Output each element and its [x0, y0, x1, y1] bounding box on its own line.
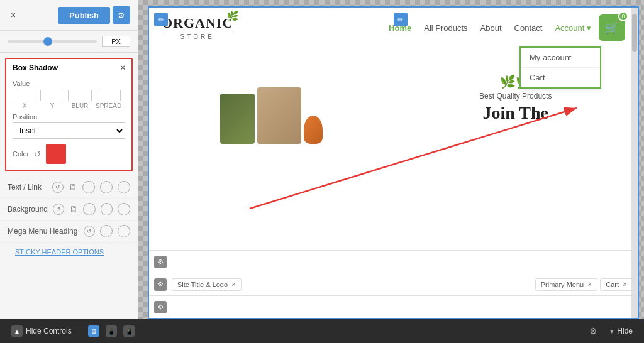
edit-icon-top[interactable]: ✏ [154, 13, 168, 26]
nav-item-contact[interactable]: Contact [514, 23, 543, 33]
primary-menu-remove[interactable]: × [587, 280, 592, 289]
toolbar-right: ⚙ ▾ Hide [586, 324, 636, 339]
slider-thumb[interactable] [43, 37, 52, 46]
hide-chevron-icon: ▾ [610, 327, 614, 335]
mobile-icon[interactable]: 📱 [123, 325, 135, 337]
y-label: Y [50, 102, 55, 109]
scroll-bar[interactable] [631, 8, 638, 318]
nav-link-about[interactable]: About [480, 23, 502, 33]
blur-input-group: 10 BLUR [68, 90, 92, 109]
background-monitor-icon[interactable]: 🖥 [69, 204, 78, 214]
blur-input[interactable]: 10 [68, 90, 92, 101]
hide-btn[interactable]: ▾ Hide [606, 324, 636, 338]
sidebar: × Publish ⚙ Box Shadow × [0, 0, 138, 319]
site-title-logo-tag: Site Title & Logo × [172, 278, 242, 291]
text-link-option1-icon[interactable] [82, 181, 95, 193]
device-icons: 🖥 📱 📱 [88, 325, 135, 337]
nav-item-account[interactable]: Account ▾ [555, 23, 591, 33]
logo-text: ORGANIC [162, 15, 233, 31]
hero-title: Join The [482, 103, 548, 123]
logo-wrapper: ORGANIC 🌿 [162, 15, 233, 31]
nav-link-products[interactable]: All Products [424, 23, 467, 33]
builder-row-2: ⚙ Site Title & Logo × Primary Menu × [149, 273, 638, 295]
px-input[interactable] [102, 36, 130, 47]
text-link-option3-icon[interactable] [118, 181, 130, 193]
nav-link-account[interactable]: Account ▾ [555, 23, 591, 33]
site-preview: ✏ ✏ ORGANIC 🌿 STORE Home All Products [148, 6, 639, 319]
settings-toolbar-icon: ⚙ [589, 326, 597, 336]
edit-icon-section[interactable]: ✏ [394, 13, 408, 26]
row-1-gear-icon[interactable]: ⚙ [154, 256, 167, 268]
row-3-gear-icon[interactable]: ⚙ [154, 301, 167, 313]
nav-item-products[interactable]: All Products [424, 23, 467, 33]
cart-label: Cart [606, 281, 619, 288]
color-swatch[interactable] [46, 144, 66, 164]
color-label: Color [13, 150, 29, 158]
spread-input[interactable]: -2 [97, 90, 121, 101]
hide-controls-label: Hide Controls [26, 327, 72, 335]
mega-menu-option1-icon[interactable] [100, 225, 113, 237]
nav-link-contact[interactable]: Contact [514, 23, 543, 33]
x-input[interactable]: 0 [13, 90, 36, 101]
background-option1-icon[interactable] [83, 203, 96, 215]
text-link-option2-icon[interactable] [100, 181, 113, 193]
primary-menu-tag: Primary Menu × [535, 278, 597, 291]
slider-track[interactable] [8, 40, 97, 43]
builder-row-1: ⚙ [149, 250, 638, 273]
position-select[interactable]: Inset Outset [13, 122, 125, 139]
tablet-icon[interactable]: 📱 [106, 325, 117, 337]
text-link-monitor-icon[interactable]: 🖥 [69, 182, 77, 192]
logo-leaf-icon: 🌿 [226, 10, 239, 22]
settings-toolbar-btn[interactable]: ⚙ [586, 324, 601, 339]
cart-remove[interactable]: × [623, 280, 627, 289]
bag-orange [304, 116, 323, 144]
background-reset-icon[interactable]: ↺ [53, 204, 64, 215]
scroll-thumb[interactable] [632, 14, 637, 52]
cart-icon[interactable]: 🛒 0 [599, 14, 625, 41]
close-button[interactable]: × [8, 9, 19, 21]
settings-button[interactable]: ⚙ [113, 6, 130, 24]
mega-menu-option2-icon[interactable] [118, 225, 130, 237]
value-label: Value [13, 80, 125, 87]
account-dropdown: My account Cart [519, 46, 601, 89]
bottom-toolbar: ▲ Hide Controls 🖥 📱 📱 ⚙ ▾ Hide [0, 319, 644, 343]
text-link-reset-icon[interactable]: ↺ [52, 182, 64, 193]
sticky-header-row: STICKY HEADER OPTIONS [0, 242, 138, 260]
publish-button[interactable]: Publish [58, 7, 110, 24]
x-label: X [23, 102, 27, 109]
box-shadow-close[interactable]: × [120, 63, 125, 72]
text-link-label: Text / Link [8, 183, 47, 192]
mega-menu-reset-icon[interactable]: ↺ [84, 226, 95, 237]
mega-menu-label: Mega Menu Heading [8, 227, 79, 236]
color-row: Color ↺ [13, 144, 125, 164]
row-2-gear-icon[interactable]: ⚙ [154, 278, 167, 291]
logo-sub: STORE [162, 33, 233, 40]
value-inputs: 0 X 5 Y 10 BLUR -2 SPREA [13, 90, 125, 109]
y-input-group: 5 Y [40, 90, 64, 109]
dropdown-item-cart[interactable]: Cart [521, 68, 600, 87]
box-shadow-panel: Box Shadow × Value 0 X 5 Y [5, 58, 133, 172]
nav-item-about[interactable]: About [480, 23, 502, 33]
product-bags [215, 82, 328, 149]
main-wrapper: × Publish ⚙ Box Shadow × [0, 0, 644, 343]
hero-subtitle: Best Quality Products [479, 92, 552, 101]
bag-green [220, 94, 255, 144]
background-label: Background [8, 205, 48, 214]
bag-tan [257, 87, 301, 144]
row-2-content: Site Title & Logo × [172, 278, 535, 291]
blur-label: BLUR [72, 102, 89, 109]
site-title-logo-remove[interactable]: × [231, 280, 236, 289]
toolbar-left: ▲ Hide Controls [8, 323, 75, 339]
mega-menu-row: Mega Menu Heading ↺ [0, 220, 138, 242]
hide-controls-btn[interactable]: ▲ Hide Controls [8, 323, 75, 339]
background-option3-icon[interactable] [118, 203, 130, 215]
slider-row [0, 31, 138, 53]
dropdown-item-my-account[interactable]: My account [521, 48, 600, 68]
y-input[interactable]: 5 [40, 90, 64, 101]
desktop-icon[interactable]: 🖥 [88, 325, 99, 337]
cart-tag: Cart × [600, 278, 633, 291]
nav-links: Home All Products About Contact Account … [389, 23, 591, 33]
color-refresh-icon[interactable]: ↺ [34, 150, 41, 159]
sticky-header-label[interactable]: STICKY HEADER OPTIONS [8, 246, 111, 258]
background-option2-icon[interactable] [101, 203, 113, 215]
